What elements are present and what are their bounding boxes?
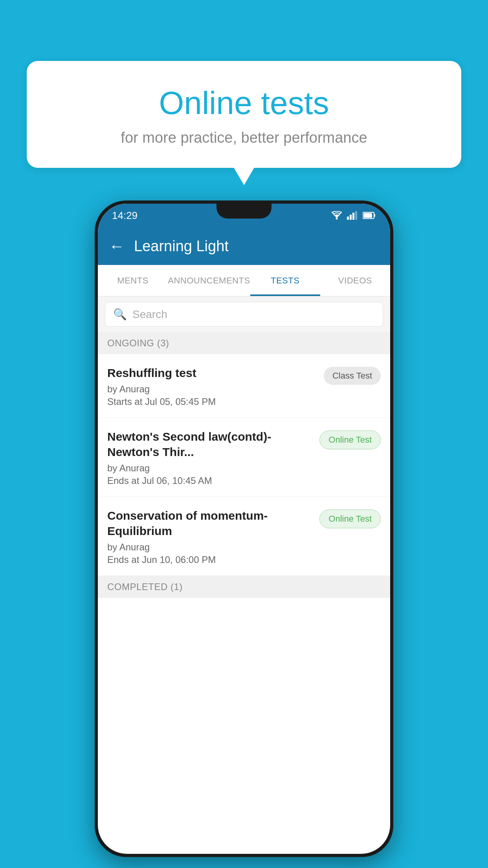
svg-rect-1 [347, 217, 349, 220]
phone-screen: 14:29 [98, 204, 390, 854]
svg-point-0 [336, 218, 338, 220]
bubble-subtitle: for more practice, better performance [42, 129, 446, 146]
phone-frame: 14:29 [95, 200, 393, 857]
svg-rect-7 [363, 213, 372, 218]
tab-tests[interactable]: TESTS [250, 265, 320, 296]
tab-ments[interactable]: MENTS [98, 265, 168, 296]
completed-header-text: COMPLETED (1) [107, 581, 183, 592]
test-item-3-by: by Anurag [107, 542, 313, 553]
tab-videos[interactable]: VIDEOS [320, 265, 390, 296]
test-item-2-content: Newton's Second law(contd)-Newton's Thir… [107, 429, 313, 486]
test-list: Reshuffling test by Anurag Starts at Jul… [98, 354, 390, 576]
wifi-icon [331, 211, 342, 220]
svg-rect-6 [374, 214, 375, 217]
test-item-3-title: Conservation of momentum-Equilibrium [107, 508, 313, 539]
search-input-wrap[interactable]: 🔍 Search [105, 302, 383, 327]
test-item-2[interactable]: Newton's Second law(contd)-Newton's Thir… [98, 418, 390, 497]
search-container: 🔍 Search [98, 296, 390, 332]
bubble-title: Online tests [42, 85, 446, 121]
test-item-3-date: Ends at Jun 10, 06:00 PM [107, 554, 313, 565]
test-item-1-content: Reshuffling test by Anurag Starts at Jul… [107, 365, 317, 407]
status-time: 14:29 [112, 210, 138, 222]
back-button[interactable]: ← [109, 237, 125, 255]
battery-icon [363, 211, 376, 219]
signal-icon [347, 211, 358, 220]
ongoing-header-text: ONGOING (3) [107, 338, 169, 348]
test-item-1-badge: Class Test [324, 367, 381, 385]
test-item-1-date: Starts at Jul 05, 05:45 PM [107, 396, 317, 407]
app-bar: ← Learning Light [98, 227, 390, 265]
svg-rect-4 [355, 211, 357, 220]
ongoing-section-header: ONGOING (3) [98, 332, 390, 354]
test-item-2-by: by Anurag [107, 463, 313, 474]
svg-rect-2 [350, 215, 352, 220]
test-item-3-content: Conservation of momentum-Equilibrium by … [107, 508, 313, 565]
test-item-3-badge: Online Test [319, 509, 381, 528]
status-bar: 14:29 [98, 204, 390, 227]
speech-bubble-container: Online tests for more practice, better p… [27, 61, 461, 168]
search-placeholder: Search [132, 308, 167, 321]
test-item-2-date: Ends at Jul 06, 10:45 AM [107, 475, 313, 486]
svg-rect-3 [352, 213, 354, 220]
tabs-bar: MENTS ANNOUNCEMENTS TESTS VIDEOS [98, 265, 390, 296]
test-item-1-title: Reshuffling test [107, 365, 317, 381]
test-item-1-by: by Anurag [107, 384, 317, 395]
test-item-2-title: Newton's Second law(contd)-Newton's Thir… [107, 429, 313, 460]
speech-bubble: Online tests for more practice, better p… [27, 61, 461, 168]
status-icons [331, 211, 376, 220]
search-icon: 🔍 [113, 308, 127, 321]
tab-announcements[interactable]: ANNOUNCEMENTS [168, 265, 250, 296]
test-item-1[interactable]: Reshuffling test by Anurag Starts at Jul… [98, 354, 390, 418]
notch [216, 204, 272, 219]
test-item-2-badge: Online Test [319, 430, 381, 449]
test-item-3[interactable]: Conservation of momentum-Equilibrium by … [98, 497, 390, 576]
completed-section-header: COMPLETED (1) [98, 576, 390, 598]
app-bar-title: Learning Light [134, 238, 229, 255]
